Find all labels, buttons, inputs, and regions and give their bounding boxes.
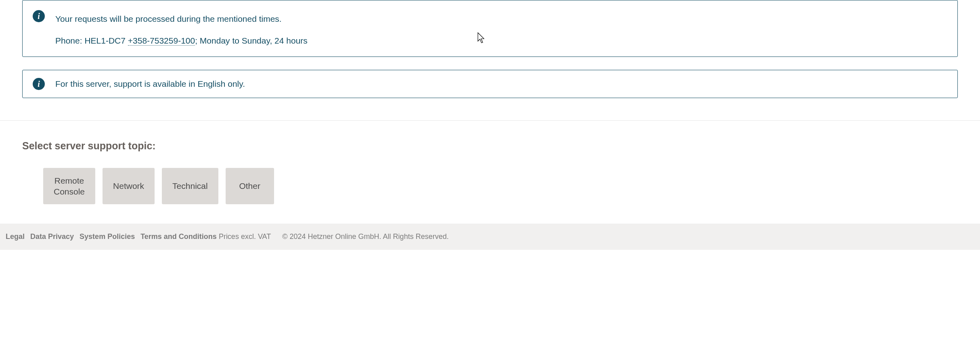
phone-label: Phone:: [55, 36, 84, 45]
info-line-intro: Your requests will be processed during t…: [55, 13, 308, 25]
info-box-processing-times: i Your requests will be processed during…: [22, 0, 958, 57]
footer-copyright: © 2024 Hetzner Online GmbH. All Rights R…: [282, 232, 448, 241]
info-content: Your requests will be processed during t…: [55, 10, 308, 47]
topic-button-remote-console[interactable]: RemoteConsole: [43, 168, 95, 205]
phone-hours: ; Monday to Sunday, 24 hours: [195, 36, 308, 45]
footer-link-legal[interactable]: Legal: [6, 232, 25, 241]
footer: Legal Data Privacy System Policies Terms…: [0, 224, 980, 250]
info-icon: i: [33, 10, 45, 22]
topic-heading: Select server support topic:: [22, 140, 958, 152]
info-line-phone: Phone: HEL1-DC7 +358-753259-100; Monday …: [55, 34, 308, 47]
footer-note-prices-text: Prices excl. VAT: [219, 232, 271, 241]
topic-buttons: RemoteConsole Network Technical Other: [43, 168, 958, 205]
footer-link-data-privacy[interactable]: Data Privacy: [30, 232, 74, 241]
phone-location: HEL1-DC7: [84, 36, 128, 45]
footer-link-terms[interactable]: Terms and Conditions: [140, 232, 217, 241]
info-box-language: i For this server, support is available …: [22, 70, 958, 98]
info-icon: i: [33, 78, 45, 90]
topic-button-other[interactable]: Other: [226, 168, 274, 205]
info-line-language: For this server, support is available in…: [55, 77, 245, 90]
info-content: For this server, support is available in…: [55, 77, 245, 90]
topic-section: Select server support topic: RemoteConso…: [0, 121, 980, 224]
topic-button-network[interactable]: Network: [103, 168, 155, 205]
info-area: i Your requests will be processed during…: [0, 0, 980, 121]
page-container: i Your requests will be processed during…: [0, 0, 980, 250]
phone-link[interactable]: +358-753259-100: [128, 36, 195, 46]
footer-link-system-policies[interactable]: System Policies: [80, 232, 135, 241]
topic-button-technical[interactable]: Technical: [162, 168, 218, 205]
